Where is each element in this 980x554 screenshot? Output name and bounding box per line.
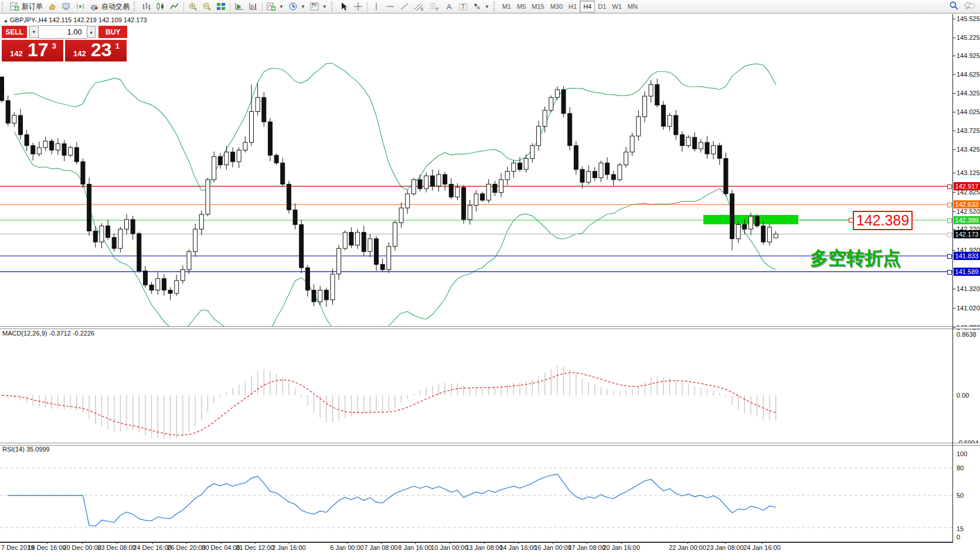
candle [655, 84, 659, 105]
collapse-icon[interactable]: ▲ [4, 18, 8, 23]
fibonacci-button[interactable]: F [427, 1, 442, 12]
zoom-in-button[interactable] [186, 1, 200, 12]
candle [37, 148, 41, 154]
candle [218, 156, 222, 165]
timeframe-M5[interactable]: M5 [514, 1, 529, 12]
candle [256, 97, 260, 111]
rsi-panel[interactable] [0, 444, 952, 541]
templates-button[interactable]: ▼ [308, 1, 329, 12]
annotation-text[interactable]: 多空转折点 [810, 246, 901, 271]
candle [642, 96, 646, 117]
candle [767, 227, 771, 242]
line-anchor[interactable] [947, 254, 952, 259]
time-tick-label: 30 Dec 04:00 [202, 544, 240, 551]
buy-button[interactable]: BUY [98, 26, 127, 38]
auto-scroll-icon [234, 2, 244, 11]
candle [56, 143, 60, 150]
fibonacci-icon: F [429, 2, 440, 11]
sell-button[interactable]: SELL [2, 26, 27, 38]
macd-panel[interactable] [0, 329, 952, 443]
timeframe-MN[interactable]: MN [625, 1, 641, 12]
depth-of-market-icon [47, 2, 57, 11]
chat-icon[interactable] [964, 1, 975, 12]
candle [468, 206, 472, 220]
line-anchor[interactable] [947, 218, 952, 223]
new-order-button[interactable]: 新订单 [8, 1, 45, 12]
symbol-ohlc-text: GBPJPY-,H4 142.115 142.219 142.109 142.1… [10, 16, 147, 23]
time-tick-label: 26 Dec 20:00 [167, 544, 205, 551]
zoom-out-button[interactable] [200, 1, 214, 12]
chart-shift-button[interactable] [246, 1, 260, 12]
buy-price-big: 23 [91, 39, 112, 61]
timeframe-W1[interactable]: W1 [609, 1, 625, 12]
candle [106, 226, 110, 238]
candle [125, 220, 129, 229]
auto-scroll-button[interactable] [232, 1, 246, 12]
line-anchor[interactable] [947, 270, 952, 275]
indicators-icon [267, 2, 276, 11]
volume-input[interactable] [39, 25, 87, 39]
time-tick-label: 20 Dec 00:00 [63, 544, 101, 551]
equidistant-channel-button[interactable]: E [411, 1, 427, 12]
panel-separator[interactable] [0, 443, 980, 446]
candle [499, 180, 503, 193]
panel-separator[interactable] [0, 326, 980, 329]
indicators-button[interactable]: ▼ [264, 1, 286, 12]
price-tick-mark [952, 327, 955, 328]
text-label-button[interactable]: T [456, 1, 470, 12]
candle [368, 239, 372, 252]
new-order-label: 新订单 [22, 2, 43, 12]
vertical-line-icon [372, 2, 381, 11]
line-chart-button[interactable] [168, 1, 182, 12]
tile-windows-button[interactable] [214, 1, 228, 12]
volume-up-button[interactable]: ▲ [87, 26, 96, 38]
timeframe-D1[interactable]: D1 [595, 1, 609, 12]
candle [755, 216, 759, 225]
bar-chart-button[interactable] [139, 1, 154, 12]
candle [250, 112, 254, 143]
vertical-line-button[interactable] [369, 1, 383, 12]
price-callout-box[interactable]: 142.389 [853, 211, 913, 230]
buy-price-panel[interactable]: 142 23 1 [65, 40, 127, 61]
market-watch-button[interactable] [59, 1, 73, 12]
arrows-button[interactable]: ▼ [470, 1, 492, 12]
candle [168, 290, 172, 293]
dropdown-arrow-icon: ▼ [322, 4, 327, 9]
price-tag-142.917: 142.917 [954, 182, 980, 190]
main-price-chart[interactable] [0, 14, 952, 327]
candle [680, 135, 684, 146]
price-tick-mark [952, 289, 955, 289]
depth-of-market-button[interactable] [45, 1, 59, 12]
candlestick-chart-button[interactable] [154, 1, 168, 12]
line-anchor[interactable] [947, 184, 952, 189]
trendline-button[interactable] [397, 1, 411, 12]
candle [524, 159, 528, 170]
indicator-scale-tick: 100 [957, 450, 967, 457]
chart-title: ▲ GBPJPY-,H4 142.115 142.219 142.109 142… [4, 16, 147, 23]
cursor-button[interactable] [337, 1, 351, 12]
periods-button[interactable]: ▼ [286, 1, 308, 12]
volume-down-button[interactable]: ▼ [29, 26, 39, 38]
price-tick: 145.525 [957, 15, 980, 22]
price-tick-mark [952, 112, 955, 112]
text-button[interactable]: A [442, 1, 456, 12]
search-icon[interactable] [949, 1, 959, 12]
candle [243, 142, 247, 150]
timeframe-M1[interactable]: M1 [499, 1, 514, 12]
templates-icon [310, 2, 319, 11]
candle [624, 152, 628, 165]
sell-price-panel[interactable]: 142 17 3 [2, 40, 63, 61]
toolbar-separator [230, 2, 230, 12]
candle [406, 194, 410, 208]
horizontal-line-button[interactable] [383, 1, 397, 12]
timeframe-H4[interactable]: H4 [580, 1, 595, 12]
line-anchor[interactable] [947, 232, 952, 237]
autotrade-button[interactable]: 自动交易 [87, 1, 132, 12]
signals-button[interactable] [73, 1, 87, 12]
timeframe-H1[interactable]: H1 [566, 1, 580, 12]
line-anchor[interactable] [947, 203, 952, 207]
crosshair-button[interactable] [351, 1, 365, 12]
toolbar-separator [367, 2, 368, 12]
timeframe-M15[interactable]: M15 [529, 1, 547, 12]
timeframe-M30[interactable]: M30 [547, 1, 566, 12]
